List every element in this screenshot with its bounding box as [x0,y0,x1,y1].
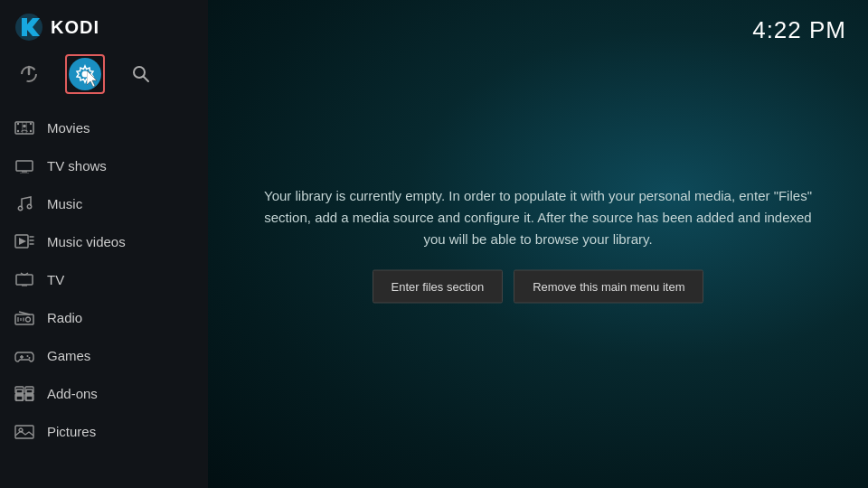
svg-line-7 [144,77,149,82]
svg-point-4 [82,71,89,78]
svg-marker-22 [19,238,26,245]
pictures-label: Pictures [47,424,96,439]
app-title: KODI [51,17,99,38]
movies-icon [14,117,34,137]
sidebar-item-tv[interactable]: TV [0,260,208,298]
svg-point-9 [17,123,19,125]
sidebar-item-games[interactable]: Games [0,336,208,374]
svg-point-20 [27,204,31,208]
sidebar: KODI [0,0,208,488]
svg-point-11 [17,130,19,132]
kodi-logo-icon [14,13,43,42]
svg-rect-13 [22,122,24,134]
musicvideos-icon [14,231,34,251]
library-message-area: Your library is currently empty. In orde… [258,185,818,304]
games-label: Games [47,348,90,363]
svg-rect-27 [22,285,27,286]
music-label: Music [47,196,82,211]
remove-menu-item-button[interactable]: Remove this main menu item [514,270,703,304]
music-icon [14,193,34,213]
svg-rect-18 [20,173,29,174]
gear-icon [75,64,95,84]
sidebar-item-tvshows[interactable]: TV shows [0,146,208,184]
tv-label: TV [47,272,64,287]
message-buttons-row: Enter files section Remove this main men… [258,270,818,304]
svg-point-19 [18,206,22,210]
sidebar-item-musicvideos[interactable]: Music videos [0,222,208,260]
time-display: 4:22 PM [752,16,846,44]
svg-rect-48 [15,426,33,438]
main-content: 4:22 PM Your library is currently empty.… [208,0,868,488]
svg-rect-17 [22,171,27,173]
radio-icon [14,307,34,327]
svg-point-39 [29,357,31,359]
sidebar-item-music[interactable]: Music [0,184,208,222]
tvshows-label: TV shows [47,158,107,174]
svg-point-31 [26,317,31,322]
musicvideos-label: Music videos [47,234,126,249]
sidebar-item-addons[interactable]: Add-ons [0,374,208,412]
sidebar-icons-row [0,51,208,105]
svg-rect-26 [16,275,33,285]
svg-rect-16 [16,161,33,171]
power-button[interactable] [9,54,49,94]
sidebar-item-movies[interactable]: Movies [0,108,208,146]
sidebar-item-radio[interactable]: Radio [0,298,208,336]
addons-label: Add-ons [47,386,98,401]
settings-button[interactable] [65,54,105,94]
search-icon [131,64,151,84]
settings-icon-circle [69,58,101,90]
sidebar-header: KODI [0,0,208,51]
tvshows-icon [14,155,34,175]
sidebar-item-pictures[interactable]: Pictures [0,412,208,450]
svg-rect-14 [26,122,28,134]
enter-files-button[interactable]: Enter files section [373,270,504,304]
power-icon [19,64,39,84]
movies-label: Movies [47,120,90,136]
tv-icon [14,269,34,289]
games-icon [14,345,34,365]
radio-label: Radio [47,310,82,325]
svg-point-12 [30,130,32,132]
addons-icon [14,383,34,403]
svg-point-10 [30,123,32,125]
pictures-icon [14,421,34,441]
svg-point-38 [27,355,29,357]
sidebar-nav: Movies TV shows Music [0,105,208,450]
search-button[interactable] [121,54,161,94]
library-message-text: Your library is currently empty. In orde… [258,185,818,250]
svg-point-15 [23,125,26,128]
